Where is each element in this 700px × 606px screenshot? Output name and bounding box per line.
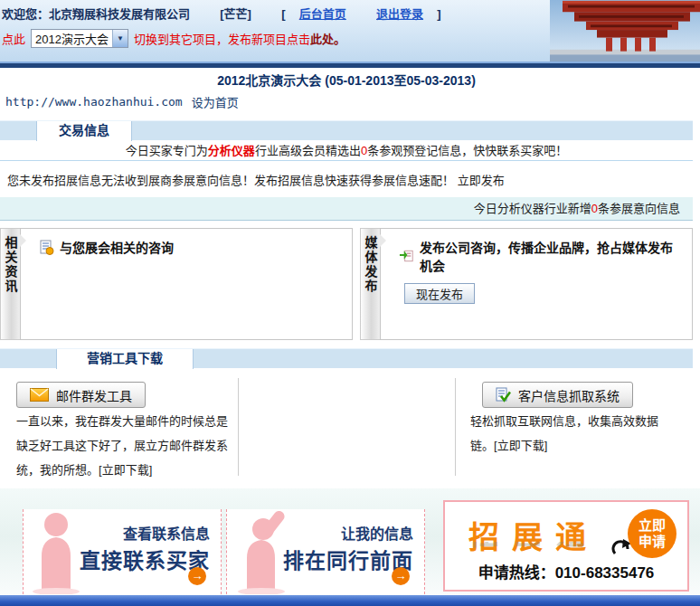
apply-badge-line-1: 立即: [628, 517, 676, 534]
warning-text: 您未发布招展信息无法收到展商参展意向信息！发布招展信息快速获得参展信息速配！: [7, 174, 454, 187]
chevron-down-icon: ▼: [112, 30, 128, 47]
promo-contact-buyers[interactable]: 查看联系信息 直接联系买家 →: [23, 509, 222, 594]
arrow-circle-icon: →: [392, 567, 410, 585]
media-side-strip: 媒体发布: [360, 228, 380, 340]
customer-info-description: 轻松抓取互联网信息，收集高效数据链。[立即下载]: [470, 409, 680, 458]
publish-warning-row: 您未发布招展信息无法收到展商参展意向信息！发布招展信息快速获得参展信息速配！ 立…: [0, 162, 693, 197]
publish-now-link[interactable]: 立即发布: [458, 174, 505, 187]
notice-industry: 分析仪器: [208, 144, 255, 157]
tab-trade-info[interactable]: 交易信息: [36, 121, 132, 141]
trade-tab-strip: 交易信息: [0, 120, 693, 140]
tools-tab-strip: 营销工具下载: [0, 348, 693, 368]
set-homepage-link[interactable]: 设为首页: [192, 93, 239, 110]
apply-badge-line-2: 申请: [628, 534, 676, 550]
promo-rank-first[interactable]: 让我的信息 排在同行前面 →: [226, 509, 425, 594]
media-headline-row: 发布公司咨询，传播企业品牌，抢占媒体发布机会: [399, 238, 685, 274]
promo-1-texts: 查看联系信息 直接联系买家: [80, 522, 210, 574]
notice-text-3: 条参观预登记信息，快快联系买家吧！: [367, 144, 567, 157]
email-blast-tool-button[interactable]: 邮件群发工具: [16, 382, 146, 408]
zhaozhantong-reflection: 招展通: [468, 542, 599, 556]
related-item-row[interactable]: 与您展会相关的咨询: [39, 238, 345, 256]
bottom-bar: [0, 595, 700, 606]
column-divider: [455, 378, 456, 476]
bracket-open: [: [281, 7, 285, 21]
promo-1-line-1: 查看联系信息: [80, 522, 210, 544]
tab-marketing-tools[interactable]: 营销工具下载: [56, 349, 194, 369]
document-note-icon: [39, 240, 54, 255]
promo-section: 查看联系信息 直接联系买家 → 让我的信息 排在同行前面 → 招展通 招展通: [0, 488, 700, 595]
media-panel-box: 发布公司咨询，传播企业品牌，抢占媒体发布机会 现在发布: [380, 228, 693, 340]
admin-home-link[interactable]: 后台首页: [299, 7, 346, 21]
document-check-icon: [496, 387, 511, 402]
switch-text: 切换到其它项目，发布新项目点击: [134, 30, 310, 47]
event-title: 2012北京演示大会 (05-01-2013至05-03-2013): [0, 71, 693, 90]
arrow-circle-icon: →: [188, 567, 206, 585]
site-url-link[interactable]: http://www.haozhanhui.com: [5, 95, 183, 109]
side-notch: [380, 234, 386, 247]
daily-intent-strip: 今日分析仪器行业新增0条参展意向信息: [0, 197, 693, 221]
email-tool-description: 一直以来，我在群发大量邮件的时候总是缺乏好工具这下好了，展立方邮件群发系统，我的…: [16, 409, 230, 482]
media-side-label: 媒体发布: [362, 236, 380, 294]
customer-info-tool-button[interactable]: 客户信息抓取系统: [482, 382, 633, 408]
related-side-label: 相关资讯: [2, 236, 20, 294]
welcome-text: 欢迎您：北京翔展科技发展有限公司: [2, 7, 190, 21]
email-tool-label: 邮件群发工具: [56, 386, 132, 404]
column-divider: [238, 378, 239, 476]
project-select-value: 2012演示大会: [32, 30, 112, 47]
page: 欢迎您：北京翔展科技发展有限公司 [芒芒] [ 后台首页 退出登录 ] 点此 2…: [0, 0, 700, 606]
related-side-strip: 相关资讯: [0, 228, 20, 340]
welcome-row: 欢迎您：北京翔展科技发展有限公司 [芒芒] [ 后台首页 退出登录 ]: [2, 5, 441, 21]
customer-info-tool-label: 客户信息抓取系统: [518, 386, 620, 404]
notice-text-1: 今日买家专门为: [126, 144, 208, 157]
header-banner: 欢迎您：北京翔展科技发展有限公司 [芒芒] [ 后台首页 退出登录 ] 点此 2…: [0, 0, 700, 68]
hotline-text: 申请热线：010-68335476: [445, 560, 687, 582]
publish-book-icon: [399, 249, 414, 263]
publish-now-button[interactable]: 现在发布: [404, 283, 475, 304]
bracket-close: ]: [437, 7, 440, 21]
switch-suffix: 。: [334, 30, 345, 47]
tools-section: 邮件群发工具 一直以来，我在群发大量邮件的时候总是缺乏好工具这下好了，展立方邮件…: [0, 369, 693, 488]
header-divider-bar: [0, 62, 700, 68]
project-select[interactable]: 2012演示大会 ▼: [31, 29, 128, 48]
side-notch: [20, 234, 26, 247]
media-headline-text: 发布公司咨询，传播企业品牌，抢占媒体发布机会: [420, 238, 685, 274]
project-switch-row: 点此 2012演示大会 ▼ 切换到其它项目，发布新项目点击 此处 。: [2, 28, 345, 48]
notice-text-2: 行业高级会员精选出: [255, 144, 361, 157]
china-pavilion-image: [550, 0, 700, 62]
daily-text-2: 条参展意向信息: [598, 202, 680, 215]
daily-count: 0: [591, 202, 598, 215]
related-item-text: 与您展会相关的咨询: [60, 238, 174, 256]
media-publish-panel: 媒体发布 发布公司咨询，传播企业品牌，抢占媒体发布机会 现在发布: [360, 228, 693, 340]
logout-link[interactable]: 退出登录: [376, 7, 423, 21]
promo-zhaozhantong[interactable]: 招展通 招展通 立即 申请 申请热线：010-68335476: [443, 500, 689, 592]
promo-2-texts: 让我的信息 排在同行前面: [283, 522, 413, 574]
envelope-icon: [30, 388, 49, 402]
related-info-panel: 相关资讯 与您展会相关的咨询: [0, 228, 353, 340]
related-panel-box: 与您展会相关的咨询: [20, 228, 353, 340]
crawler-download-link[interactable]: [立即下载]: [494, 439, 547, 452]
buyer-notice-row: 今日买家专门为分析仪器行业高级会员精选出0条参观预登记信息，快快联系买家吧！: [0, 141, 693, 161]
switch-here-link[interactable]: 此处: [310, 30, 334, 47]
site-url-row: http://www.haozhanhui.com 设为首页: [5, 92, 239, 110]
apply-now-badge[interactable]: 立即 申请: [628, 509, 676, 558]
click-here-prefix: 点此: [2, 30, 25, 47]
promo-2-line-1: 让我的信息: [283, 522, 413, 544]
email-download-link[interactable]: [立即下载]: [99, 463, 152, 477]
daily-text-1: 今日分析仪器行业新增: [474, 202, 591, 215]
user-nickname: [芒芒]: [220, 7, 251, 21]
